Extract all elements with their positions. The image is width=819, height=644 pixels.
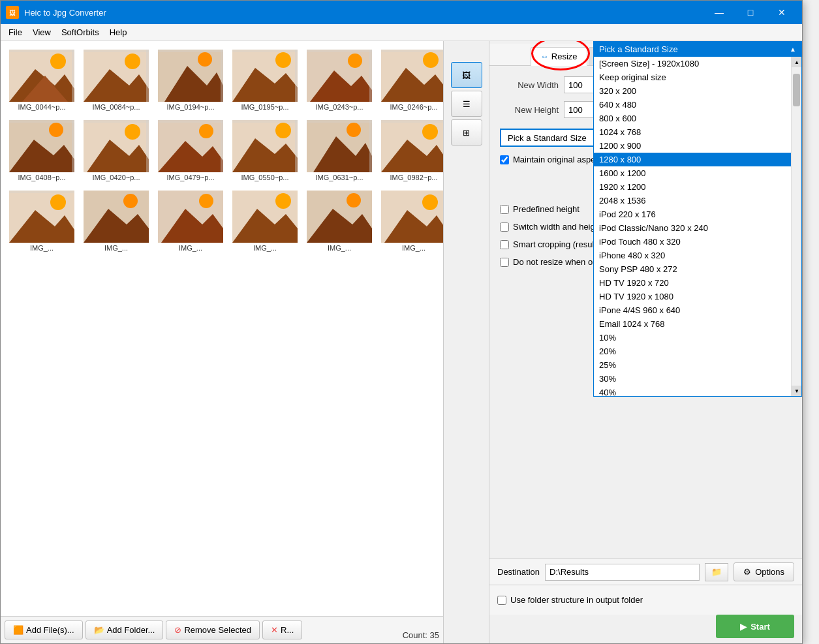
thumbnail-label: IMG_0420~p... <box>84 174 149 181</box>
svg-rect-24 <box>307 50 372 52</box>
list-item[interactable]: IMG_0243~p... <box>303 46 375 114</box>
list-item[interactable]: IMG_0084~p... <box>80 46 152 114</box>
thumbnail-label: IMG_0550~p... <box>232 174 298 181</box>
thumbnail-label: IMG_... <box>158 244 223 252</box>
list-item[interactable]: IMG_... <box>80 187 152 255</box>
minimize-button[interactable]: — <box>704 1 734 24</box>
options-button[interactable]: ⚙ Options <box>734 562 794 581</box>
list-item[interactable]: IMG_0194~p... <box>155 46 226 114</box>
start-button[interactable]: ▶ Start <box>716 615 794 638</box>
dropdown-item-iphone[interactable]: iPhone 480 x 320 <box>594 249 791 262</box>
svg-rect-19 <box>232 50 298 52</box>
svg-point-83 <box>275 193 291 209</box>
list-item[interactable]: IMG_0982~p... <box>378 117 443 185</box>
add-folder-button[interactable]: 📂 Add Folder... <box>85 621 164 639</box>
remove-selected-button[interactable]: ⊘ Remove Selected <box>166 621 260 639</box>
dropdown-scroll-down-button[interactable]: ▼ <box>792 386 801 396</box>
destination-browse-button[interactable]: 📁 <box>705 563 728 581</box>
list-item[interactable]: IMG_0195~p... <box>229 46 301 114</box>
thumbnail-label: IMG_0194~p... <box>158 103 223 111</box>
sidebar-thumbnail-view-button[interactable]: 🖼 <box>451 62 482 88</box>
start-icon: ▶ <box>740 622 747 632</box>
svg-rect-55 <box>295 120 298 172</box>
svg-point-86 <box>347 193 361 207</box>
grid-view-icon: ⊞ <box>463 128 470 138</box>
dropdown-item-320x200[interactable]: 320 x 200 <box>594 84 791 98</box>
dropdown-item-1200x900[interactable]: 1200 x 900 <box>594 139 791 153</box>
tab-resize1-icon: ↔ <box>540 52 549 61</box>
thumbnail-label: IMG_... <box>9 244 74 252</box>
dropdown-item-hd1080[interactable]: HD TV 1920 x 1080 <box>594 290 791 303</box>
list-item[interactable]: IMG_0631~p... <box>303 117 375 185</box>
dropdown-item-20pct[interactable]: 20% <box>594 345 791 358</box>
use-folder-label: Use folder structure in output folder <box>510 595 643 605</box>
new-height-label: New Height <box>500 105 559 115</box>
tab-resize1-label: Resize <box>551 52 578 61</box>
dropdown-item-screen-size[interactable]: [Screen Size] - 1920x1080 <box>594 57 791 70</box>
dropdown-item-keep-original[interactable]: Keep original size <box>594 70 791 84</box>
menu-softorbits[interactable]: SoftOrbits <box>56 26 104 38</box>
dropdown-item-ipone4s[interactable]: iPone 4/4S 960 x 640 <box>594 303 791 317</box>
smart-crop-checkbox[interactable] <box>500 240 509 249</box>
dropdown-item-10pct[interactable]: 10% <box>594 331 791 345</box>
dropdown-item-25pct[interactable]: 25% <box>594 358 791 372</box>
menu-file[interactable]: File <box>3 26 27 38</box>
dropdown-item-40pct[interactable]: 40% <box>594 386 791 396</box>
svg-rect-64 <box>381 120 443 123</box>
maximize-button[interactable]: □ <box>735 1 765 24</box>
list-item[interactable]: IMG_0246~p... <box>378 46 443 114</box>
add-files-button[interactable]: 🟧 Add File(s)... <box>5 621 83 639</box>
dropdown-scroll-track <box>792 67 801 386</box>
maintain-aspect-checkbox[interactable] <box>500 155 509 164</box>
use-folder-checkbox[interactable] <box>497 596 506 605</box>
list-item[interactable]: IMG_0044~p... <box>6 46 78 114</box>
menu-view[interactable]: View <box>27 26 56 38</box>
destination-path-input[interactable] <box>545 564 700 581</box>
svg-rect-49 <box>158 120 223 123</box>
dropdown-item-800x600[interactable]: 800 x 600 <box>594 112 791 125</box>
switch-sides-checkbox[interactable] <box>500 222 509 232</box>
svg-rect-45 <box>146 120 149 172</box>
list-item[interactable]: IMG_0479~p... <box>155 117 226 185</box>
svg-rect-25 <box>369 50 372 102</box>
no-resize-small-checkbox[interactable] <box>500 258 509 267</box>
list-item[interactable]: IMG_... <box>6 187 78 255</box>
dropdown-item-email[interactable]: Email 1024 x 768 <box>594 317 791 331</box>
tab-resize1[interactable]: ↔ Resize <box>531 47 587 66</box>
dropdown-item-hd720[interactable]: HD TV 1920 x 720 <box>594 276 791 290</box>
svg-point-38 <box>49 123 63 137</box>
dropdown-item-1600x1200[interactable]: 1600 x 1200 <box>594 166 791 180</box>
close-button[interactable]: ✕ <box>767 1 797 24</box>
list-item[interactable]: IMG_0408~p... <box>6 117 78 185</box>
dropdown-item-30pct[interactable]: 30% <box>594 372 791 386</box>
dropdown-scroll-thumb[interactable] <box>793 74 800 106</box>
thumbnail-label: IMG_... <box>84 244 149 252</box>
svg-point-23 <box>348 54 362 68</box>
dropdown-scroll-up-button[interactable]: ▲ <box>792 57 801 67</box>
dropdown-item-ipod-classic[interactable]: iPod Classic/Nano 320 x 240 <box>594 221 791 235</box>
thumbnail-view-icon: 🖼 <box>462 70 471 80</box>
list-item[interactable]: IMG_0550~p... <box>229 117 301 185</box>
list-item[interactable]: IMG_... <box>378 187 443 255</box>
dropdown-item-1920x1200[interactable]: 1920 x 1200 <box>594 180 791 194</box>
sidebar-grid-view-button[interactable]: ⊞ <box>451 119 482 146</box>
list-item[interactable]: IMG_... <box>229 187 301 255</box>
dropdown-item-2048x1536[interactable]: 2048 x 1536 <box>594 194 791 207</box>
menu-help[interactable]: Help <box>104 26 132 38</box>
dropdown-item-psp[interactable]: Sony PSP 480 x 272 <box>594 262 791 276</box>
dropdown-item-1280x800[interactable]: 1280 x 800 <box>594 153 791 166</box>
thumbnail-label: IMG_0243~p... <box>307 103 372 111</box>
list-item[interactable]: IMG_0420~p... <box>80 117 152 185</box>
svg-rect-29 <box>381 50 443 52</box>
dropdown-item-ipod-touch[interactable]: iPod Touch 480 x 320 <box>594 235 791 249</box>
dropdown-item-ipod-220[interactable]: iPod 220 x 176 <box>594 207 791 221</box>
svg-rect-74 <box>9 191 74 193</box>
dropdown-item-1024x768[interactable]: 1024 x 768 <box>594 125 791 139</box>
remove-all-button[interactable]: ✕ R... <box>262 621 302 639</box>
list-item[interactable]: IMG_... <box>303 187 375 255</box>
svg-point-77 <box>123 194 138 208</box>
list-item[interactable]: IMG_... <box>155 187 226 255</box>
sidebar-list-view-button[interactable]: ☰ <box>451 91 482 117</box>
dropdown-item-640x480[interactable]: 640 x 480 <box>594 98 791 112</box>
predefined-height-checkbox[interactable] <box>500 205 509 214</box>
